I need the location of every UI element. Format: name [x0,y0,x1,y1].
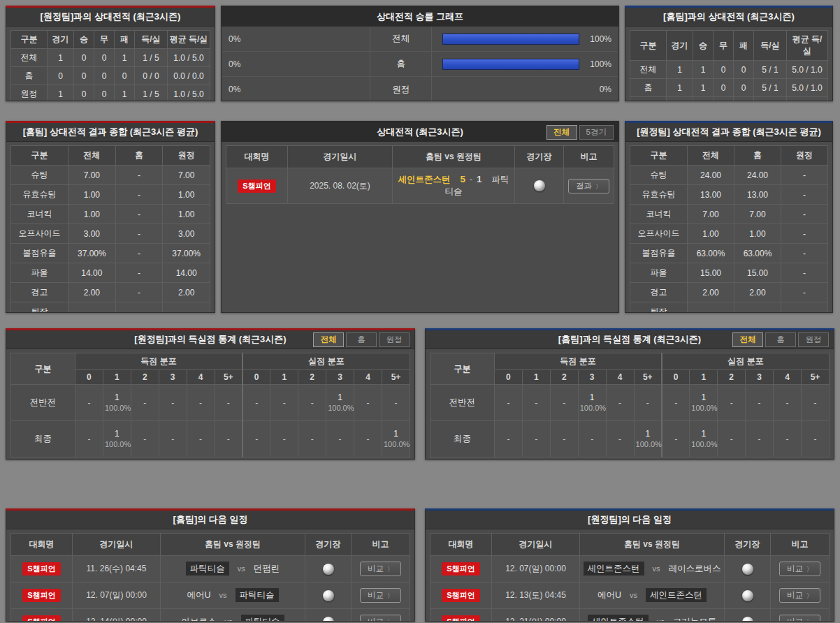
tab-group: 전체 홈 원정 [730,332,829,347]
header-row: 대회명경기일시홈팀 vs 원정팀경기장비고 [430,534,830,556]
tab-all[interactable]: 전체 [546,125,577,140]
row-label: 경고 [630,283,688,302]
cell-value: 1.00 [163,205,210,224]
row-label: 전반전 [430,385,495,421]
match-datetime: 12. 07(일) 00:00 [492,556,580,582]
panel-title-bar: 상대전적 승률 그래프 [222,8,618,27]
stats-row: 최종-1100.0%---------1100.0% [11,421,410,457]
tab-all[interactable]: 전체 [313,332,344,347]
panel-title: [홈팀] 상대전적 결과 종합 (최근3시즌 평균) [23,126,198,138]
away-score: 1 [477,174,482,184]
tab-away[interactable]: 원정 [798,332,829,347]
row-label: 코너킥 [11,205,68,224]
panel-title: [홈팀]의 다음 일정 [173,513,248,526]
column-header: 경기 [667,31,693,61]
vs-away-record-table: 구분경기승무패득/실평균 득/실전체10011 / 51.0 / 5.0홈000… [10,30,210,101]
conceded-cell: 1100.0% [690,385,718,421]
empty-value: - [394,398,397,408]
cell-value: 0 / 0 [135,67,168,85]
match-cell: 아브로스vs파틱티슬 [161,609,305,622]
header-row: 구분전체홈원정 [630,146,828,166]
stadium-icon[interactable] [742,590,753,601]
column-header: 홈팀 vs 원정팀 [393,146,515,168]
compare-button[interactable]: 비교〉 [779,562,820,576]
match-row: S챔피언12. 07(일) 00:00세인트존스턴vs레이스로버스비교〉 [430,556,830,582]
cell-value: 0 [48,67,74,85]
header-row: 구분경기승무패득/실평균 득/실 [11,31,210,49]
scored-cell: 1100.0% [578,385,606,421]
cell-value: 37.00% [163,244,210,263]
count-value: 1 [105,429,129,439]
row-label: 전체 [11,49,48,67]
cell-value: 0 [693,97,714,102]
empty-value: - [786,434,789,444]
column-header: 홈팀 vs 원정팀 [580,534,725,556]
cell-value: 0 [714,61,734,79]
vs-label: vs [238,564,245,573]
match-datetime: 12. 21(일) 00:00 [492,609,580,622]
tab-group: 전체 홈 원정 [311,332,410,347]
tab-away[interactable]: 원정 [379,332,410,347]
percent-value: 100.0% [105,439,129,449]
cell-value: 1 [667,61,693,79]
empty-value: - [813,434,816,444]
cell-value: 0.0 / 0.0 [168,67,210,85]
column-header: 비고 [771,534,830,556]
score-column-header: 2 [550,370,578,385]
away-team-name: 그리녹모튼 [673,617,717,622]
panel-vs-away-record: [원정팀]과의 상대전적 (최근3시즌) 구분경기승무패득/실평균 득/실전체1… [6,6,215,101]
result-button[interactable]: 결과〉 [568,179,609,193]
cell-value: 1.0 / 5.0 [168,49,210,67]
vs-label: vs [630,591,637,599]
tab-home[interactable]: 홈 [765,332,796,347]
home-team-name: 에어U [598,590,621,600]
stadium-icon[interactable] [534,180,545,191]
empty-value: - [311,398,314,408]
cell-value: 13.00 [688,185,734,205]
row-label: 원정 [630,97,667,102]
table-row: 퇴장--- [630,302,828,314]
conceded-cell: - [298,421,326,457]
compare-button[interactable]: 비교〉 [360,588,401,603]
compare-button[interactable]: 비교〉 [779,615,820,622]
stadium-icon[interactable] [323,590,334,601]
compare-button[interactable]: 비교〉 [360,562,401,576]
goal-stats-table: 구분득점 분포실점 분포012345+012345+전반전-1100.0%---… [10,353,410,457]
column-header: 경기일시 [73,534,161,556]
table-row: 원정00000 / 00.0 / 0.0 [630,97,828,102]
scored-cell: - [75,385,103,421]
stadium-icon[interactable] [742,617,753,622]
cell-value: - [781,244,828,263]
count-value: 1 [636,429,660,439]
conceded-cell: - [774,385,802,421]
cell-value: 63.00% [734,244,781,263]
stadium-icon[interactable] [323,617,334,622]
score-column-header: 5+ [215,370,242,385]
scored-cell: - [187,385,215,421]
compare-button[interactable]: 비교〉 [779,588,820,603]
header-row: 구분전체홈원정 [11,146,210,166]
score-column-header: 0 [242,370,270,385]
stadium-icon[interactable] [742,564,753,575]
row-label: 최종 [11,421,75,457]
score-separator: - [470,175,472,184]
group-header: 득점 분포 [75,353,242,370]
match-row: S챔피언11. 26(수) 04:45파틱티슬vs던펌린비교〉 [11,556,410,582]
tab-5games[interactable]: 5경기 [579,125,614,140]
cell-value: 1 [667,79,693,97]
empty-value: - [674,434,677,444]
compare-button[interactable]: 비교〉 [360,615,401,622]
tab-all[interactable]: 전체 [732,332,763,347]
tab-home[interactable]: 홈 [346,332,377,347]
match-datetime: 2025. 08. 02(토) [288,168,393,204]
row-label: 홈 [630,79,667,97]
cell-value: 7.00 [68,166,116,185]
home-win-percent: 100% [584,59,611,69]
count-value: 1 [328,393,352,403]
button-label: 비교 [787,591,803,599]
cell-value: 1 [115,49,135,67]
button-label: 비교 [787,564,803,573]
vs-home-record-table: 구분경기승무패득/실평균 득/실전체11005 / 15.0 / 1.0홈110… [630,30,828,101]
stadium-icon[interactable] [323,564,334,575]
score-column-header: 3 [578,370,606,385]
